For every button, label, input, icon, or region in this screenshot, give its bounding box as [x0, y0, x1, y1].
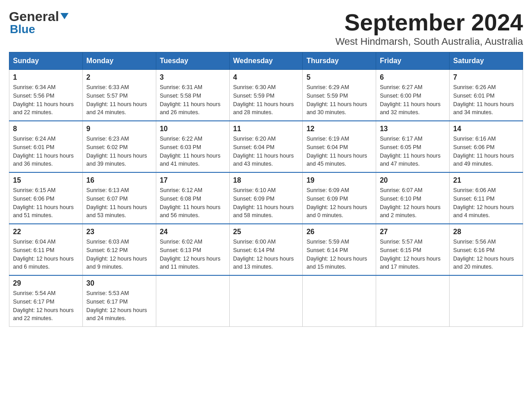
calendar-cell: 13 Sunrise: 6:17 AMSunset: 6:05 PMDaylig… [376, 121, 450, 172]
calendar-cell: 14 Sunrise: 6:16 AMSunset: 6:06 PMDaylig… [450, 121, 523, 172]
day-number: 19 [306, 176, 372, 184]
day-number: 20 [380, 176, 446, 184]
day-number: 9 [86, 125, 152, 133]
day-number: 23 [86, 228, 152, 236]
day-number: 4 [233, 73, 299, 81]
day-info: Sunrise: 6:33 AMSunset: 5:57 PMDaylight:… [86, 83, 152, 117]
calendar-cell: 29 Sunrise: 5:54 AMSunset: 6:17 PMDaylig… [9, 275, 83, 327]
calendar-cell: 16 Sunrise: 6:13 AMSunset: 6:07 PMDaylig… [82, 172, 156, 224]
day-number: 26 [306, 228, 372, 236]
logo-arrow-icon [60, 13, 69, 19]
day-number: 10 [160, 125, 226, 133]
weekday-header-thursday: Thursday [303, 52, 376, 70]
logo-text-general: General [9, 9, 59, 24]
day-number: 27 [380, 228, 446, 236]
day-number: 21 [453, 176, 519, 184]
day-info: Sunrise: 6:12 AMSunset: 6:08 PMDaylight:… [160, 186, 226, 220]
weekday-header-row: SundayMondayTuesdayWednesdayThursdayFrid… [9, 52, 523, 70]
calendar-week-row: 22 Sunrise: 6:04 AMSunset: 6:11 PMDaylig… [9, 224, 523, 275]
title-block: September 2024 West Hindmarsh, South Aus… [335, 9, 523, 47]
day-info: Sunrise: 6:06 AMSunset: 6:11 PMDaylight:… [453, 186, 519, 220]
day-number: 6 [380, 73, 446, 81]
calendar-cell: 22 Sunrise: 6:04 AMSunset: 6:11 PMDaylig… [9, 224, 83, 275]
day-info: Sunrise: 6:04 AMSunset: 6:11 PMDaylight:… [13, 238, 79, 271]
calendar-cell: 4 Sunrise: 6:30 AMSunset: 5:59 PMDayligh… [229, 70, 303, 121]
day-number: 28 [453, 228, 519, 236]
logo-text-blue: Blue [10, 22, 35, 36]
day-number: 29 [13, 279, 79, 287]
weekday-header-tuesday: Tuesday [156, 52, 229, 70]
calendar-table: SundayMondayTuesdayWednesdayThursdayFrid… [9, 52, 523, 327]
calendar-cell [450, 275, 523, 327]
calendar-cell: 27 Sunrise: 5:57 AMSunset: 6:15 PMDaylig… [376, 224, 450, 275]
calendar-cell: 9 Sunrise: 6:23 AMSunset: 6:02 PMDayligh… [82, 121, 156, 172]
day-info: Sunrise: 6:22 AMSunset: 6:03 PMDaylight:… [160, 135, 226, 168]
day-number: 30 [86, 279, 152, 287]
day-info: Sunrise: 6:31 AMSunset: 5:58 PMDaylight:… [160, 83, 226, 117]
day-number: 8 [13, 125, 79, 133]
calendar-cell [156, 275, 229, 327]
day-info: Sunrise: 6:34 AMSunset: 5:56 PMDaylight:… [13, 83, 79, 117]
day-info: Sunrise: 6:02 AMSunset: 6:13 PMDaylight:… [160, 238, 226, 271]
day-info: Sunrise: 6:20 AMSunset: 6:04 PMDaylight:… [233, 135, 299, 168]
calendar-subtitle: West Hindmarsh, South Australia, Austral… [335, 36, 523, 47]
day-info: Sunrise: 6:24 AMSunset: 6:01 PMDaylight:… [13, 135, 79, 168]
day-info: Sunrise: 6:19 AMSunset: 6:04 PMDaylight:… [306, 135, 372, 168]
calendar-cell [303, 275, 376, 327]
calendar-cell: 30 Sunrise: 5:53 AMSunset: 6:17 PMDaylig… [82, 275, 156, 327]
day-info: Sunrise: 6:15 AMSunset: 6:06 PMDaylight:… [13, 186, 79, 220]
day-number: 18 [233, 176, 299, 184]
day-number: 2 [86, 73, 152, 81]
calendar-cell [229, 275, 303, 327]
day-info: Sunrise: 6:10 AMSunset: 6:09 PMDaylight:… [233, 186, 299, 220]
day-number: 14 [453, 125, 519, 133]
calendar-cell: 12 Sunrise: 6:19 AMSunset: 6:04 PMDaylig… [303, 121, 376, 172]
day-info: Sunrise: 5:56 AMSunset: 6:16 PMDaylight:… [453, 238, 519, 271]
calendar-week-row: 29 Sunrise: 5:54 AMSunset: 6:17 PMDaylig… [9, 275, 523, 327]
day-info: Sunrise: 6:30 AMSunset: 5:59 PMDaylight:… [233, 83, 299, 117]
logo: General Blue [9, 9, 69, 36]
day-number: 13 [380, 125, 446, 133]
day-number: 1 [13, 73, 79, 81]
weekday-header-sunday: Sunday [9, 52, 83, 70]
day-number: 7 [453, 73, 519, 81]
calendar-cell: 26 Sunrise: 5:59 AMSunset: 6:14 PMDaylig… [303, 224, 376, 275]
calendar-cell: 1 Sunrise: 6:34 AMSunset: 5:56 PMDayligh… [9, 70, 83, 121]
calendar-cell: 20 Sunrise: 6:07 AMSunset: 6:10 PMDaylig… [376, 172, 450, 224]
calendar-cell: 24 Sunrise: 6:02 AMSunset: 6:13 PMDaylig… [156, 224, 229, 275]
weekday-header-monday: Monday [82, 52, 156, 70]
calendar-cell: 10 Sunrise: 6:22 AMSunset: 6:03 PMDaylig… [156, 121, 229, 172]
calendar-cell: 19 Sunrise: 6:09 AMSunset: 6:09 PMDaylig… [303, 172, 376, 224]
day-number: 17 [160, 176, 226, 184]
day-info: Sunrise: 6:29 AMSunset: 5:59 PMDaylight:… [306, 83, 372, 117]
day-info: Sunrise: 6:07 AMSunset: 6:10 PMDaylight:… [380, 186, 446, 220]
calendar-cell: 17 Sunrise: 6:12 AMSunset: 6:08 PMDaylig… [156, 172, 229, 224]
calendar-cell: 23 Sunrise: 6:03 AMSunset: 6:12 PMDaylig… [82, 224, 156, 275]
day-number: 3 [160, 73, 226, 81]
calendar-cell: 7 Sunrise: 6:26 AMSunset: 6:01 PMDayligh… [450, 70, 523, 121]
day-number: 12 [306, 125, 372, 133]
day-info: Sunrise: 6:09 AMSunset: 6:09 PMDaylight:… [306, 186, 372, 220]
weekday-header-friday: Friday [376, 52, 450, 70]
day-number: 15 [13, 176, 79, 184]
calendar-cell: 21 Sunrise: 6:06 AMSunset: 6:11 PMDaylig… [450, 172, 523, 224]
day-number: 25 [233, 228, 299, 236]
day-number: 24 [160, 228, 226, 236]
page-header: General Blue September 2024 West Hindmar… [9, 9, 523, 47]
calendar-week-row: 1 Sunrise: 6:34 AMSunset: 5:56 PMDayligh… [9, 70, 523, 121]
day-info: Sunrise: 5:59 AMSunset: 6:14 PMDaylight:… [306, 238, 372, 271]
day-info: Sunrise: 6:13 AMSunset: 6:07 PMDaylight:… [86, 186, 152, 220]
day-info: Sunrise: 6:16 AMSunset: 6:06 PMDaylight:… [453, 135, 519, 168]
calendar-week-row: 15 Sunrise: 6:15 AMSunset: 6:06 PMDaylig… [9, 172, 523, 224]
calendar-week-row: 8 Sunrise: 6:24 AMSunset: 6:01 PMDayligh… [9, 121, 523, 172]
weekday-header-saturday: Saturday [450, 52, 523, 70]
day-info: Sunrise: 6:23 AMSunset: 6:02 PMDaylight:… [86, 135, 152, 168]
day-number: 11 [233, 125, 299, 133]
calendar-cell: 11 Sunrise: 6:20 AMSunset: 6:04 PMDaylig… [229, 121, 303, 172]
calendar-cell: 8 Sunrise: 6:24 AMSunset: 6:01 PMDayligh… [9, 121, 83, 172]
day-info: Sunrise: 6:26 AMSunset: 6:01 PMDaylight:… [453, 83, 519, 117]
day-number: 16 [86, 176, 152, 184]
day-number: 22 [13, 228, 79, 236]
day-info: Sunrise: 5:57 AMSunset: 6:15 PMDaylight:… [380, 238, 446, 271]
calendar-cell: 3 Sunrise: 6:31 AMSunset: 5:58 PMDayligh… [156, 70, 229, 121]
